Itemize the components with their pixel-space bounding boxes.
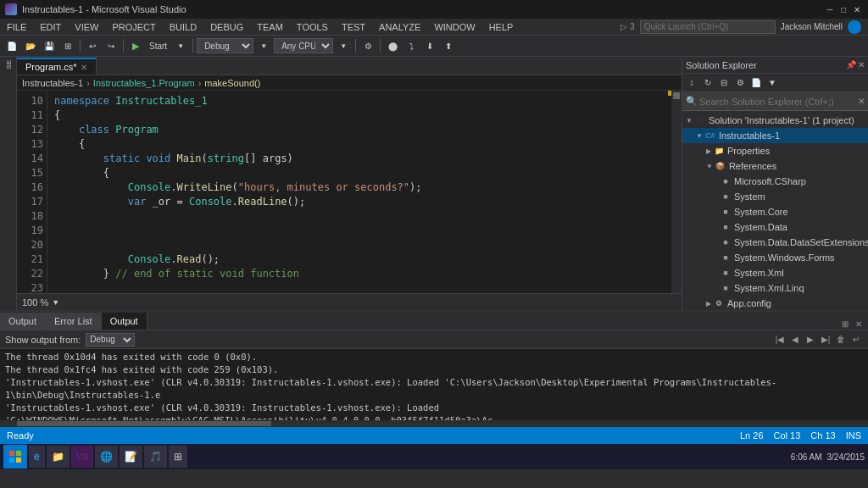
search-clear-icon[interactable]: ✕ — [858, 97, 865, 106]
platform-select[interactable]: Any CPU — [274, 38, 333, 53]
menu-bar: FILE EDIT VIEW PROJECT BUILD DEBUG TEAM … — [0, 19, 868, 36]
references-label: References — [729, 161, 776, 171]
new-project-button[interactable]: 📄 — [3, 37, 20, 54]
undo-button[interactable]: ↩ — [84, 37, 101, 54]
tree-ref-sysxmllinq[interactable]: ■ System.Xml.Linq — [682, 280, 868, 296]
close-button[interactable]: ✕ — [851, 3, 863, 15]
tab-error-list[interactable]: Error List — [46, 313, 102, 330]
menu-edit[interactable]: EDIT — [33, 19, 68, 35]
tab-program-cs-close[interactable]: ✕ — [81, 63, 87, 72]
output-wrap-button[interactable]: ↵ — [849, 333, 863, 347]
se-close-button[interactable]: ✕ — [858, 60, 865, 69]
taskbar-chrome[interactable]: 🌐 — [95, 446, 118, 468]
tree-appconfig[interactable]: ▶ ⚙ App.config — [682, 296, 868, 311]
menu-test[interactable]: TEST — [335, 19, 372, 35]
se-refresh-button[interactable]: ↻ — [700, 75, 715, 91]
server-explorer-icon[interactable]: SE — [2, 60, 15, 69]
code-editor[interactable]: 1011121314 1516171819 2021222324 2526 27… — [17, 91, 682, 293]
tree-project[interactable]: ▼ C# Instructables-1 — [682, 128, 868, 143]
sep1 — [80, 39, 81, 53]
taskbar-media[interactable]: 🎵 — [144, 446, 167, 468]
step-out-button[interactable]: ⬆ — [440, 37, 457, 54]
output-btn1[interactable]: |◀ — [773, 333, 787, 347]
menu-build[interactable]: BUILD — [163, 19, 203, 35]
breakpoint-button[interactable]: ⬤ — [384, 37, 401, 54]
zoom-dropdown[interactable]: ▼ — [52, 298, 59, 307]
open-button[interactable]: 📂 — [22, 37, 39, 54]
code-line-13: { — [54, 137, 682, 152]
menu-project[interactable]: PROJECT — [105, 19, 162, 35]
output-btn3[interactable]: ▶ — [804, 333, 817, 347]
menu-team[interactable]: TEAM — [250, 19, 290, 35]
solution-explorer-search[interactable]: 🔍 ✕ — [682, 92, 868, 111]
tray-time: 6:06 AM — [791, 452, 822, 462]
taskbar-vs[interactable]: VS — [71, 446, 94, 468]
menu-analyze[interactable]: ANALYZE — [372, 19, 427, 35]
debug-config-select[interactable]: Debug Release — [197, 38, 253, 53]
start-menu-button[interactable] — [3, 445, 27, 469]
taskbar-notepad[interactable]: 📝 — [120, 446, 142, 468]
se-sync-button[interactable]: ↕ — [684, 75, 699, 91]
se-filter-button[interactable]: ▼ — [765, 75, 780, 91]
solution-explorer-toolbar: ↕ ↻ ⊟ ⚙ 📄 ▼ — [682, 74, 868, 92]
tree-ref-systemdata[interactable]: ■ System.Data — [682, 219, 868, 235]
step-over-button[interactable]: ⤵ — [403, 37, 420, 54]
config-dropdown[interactable]: ▼ — [255, 37, 272, 54]
breadcrumb: Instructables-1 › Instructables_1.Progra… — [17, 75, 682, 91]
tree-ref-winforms[interactable]: ■ System.Windows.Forms — [682, 250, 868, 265]
menu-file[interactable]: FILE — [0, 19, 33, 35]
se-show-files-button[interactable]: 📄 — [748, 75, 764, 91]
solution-explorer-search-input[interactable] — [699, 97, 856, 107]
se-collapse-button[interactable]: ⊟ — [716, 75, 732, 91]
menu-window[interactable]: WINDOW — [427, 19, 481, 35]
start-label: Start — [146, 42, 170, 51]
menu-view[interactable]: VIEW — [68, 19, 105, 35]
sep5 — [380, 39, 381, 53]
status-bar: Ready Ln 26 Col 13 Ch 13 INS — [0, 427, 868, 444]
tree-solution[interactable]: ▼ ⬡ Solution 'Instructables-1' (1 projec… — [682, 113, 868, 128]
tab-output-active[interactable]: Output — [102, 313, 147, 330]
tab-output[interactable]: Output — [0, 313, 46, 330]
menu-debug[interactable]: DEBUG — [203, 19, 250, 35]
save-all-button[interactable]: ⊞ — [59, 37, 76, 54]
start-button[interactable]: ▶ — [127, 37, 144, 54]
output-clear-button[interactable]: 🗑 — [834, 333, 848, 347]
minimize-button[interactable]: ─ — [824, 3, 836, 15]
code-line-16: Console.WriteLine("hours, minutes or sec… — [54, 180, 682, 195]
scroll-thumb[interactable] — [673, 92, 680, 99]
tree-ref-systemcore[interactable]: ■ System.Core — [682, 204, 868, 219]
output-scrollbar[interactable] — [0, 420, 868, 427]
se-properties-button[interactable]: ⚙ — [732, 75, 748, 91]
tree-references[interactable]: ▼ 📦 References — [682, 158, 868, 174]
properties-label: Properties — [727, 146, 770, 156]
tree-ref-datasetextensions[interactable]: ■ System.Data.DataSetExtensions — [682, 235, 868, 250]
output-btn4[interactable]: ▶| — [819, 333, 832, 347]
taskbar-ie[interactable]: e — [29, 446, 45, 468]
left-sidebar: SE — [0, 57, 17, 310]
tab-program-cs[interactable]: Program.cs* ✕ — [17, 58, 97, 75]
output-tabs-controls: ⊞ ✕ — [839, 318, 868, 330]
save-button[interactable]: 💾 — [41, 37, 58, 54]
tree-ref-system[interactable]: ■ System — [682, 189, 868, 204]
quick-launch-input[interactable] — [640, 20, 776, 34]
output-hscroll-thumb[interactable] — [17, 421, 271, 426]
menu-tools[interactable]: TOOLS — [290, 19, 335, 35]
maximize-button[interactable]: □ — [837, 3, 849, 15]
menu-help[interactable]: HELP — [482, 19, 520, 35]
start-dropdown[interactable]: ▼ — [172, 37, 189, 54]
tree-properties[interactable]: ▶ 📁 Properties — [682, 143, 868, 158]
output-float-button[interactable]: ⊞ — [839, 318, 851, 330]
attach-button[interactable]: ⚙ — [359, 37, 376, 54]
tree-ref-sysxml[interactable]: ■ System.Xml — [682, 265, 868, 280]
se-pin-button[interactable]: 📌 — [846, 60, 856, 69]
step-into-button[interactable]: ⬇ — [421, 37, 438, 54]
code-content[interactable]: namespace Instructables_1 { class Progra… — [47, 91, 682, 293]
taskbar-apps[interactable]: ⊞ — [169, 446, 187, 468]
platform-dropdown[interactable]: ▼ — [335, 37, 352, 54]
tree-ref-mscsharp[interactable]: ■ Microsoft.CSharp — [682, 174, 868, 189]
output-source-select[interactable]: Debug Build General — [86, 333, 135, 347]
taskbar-explorer[interactable]: 📁 — [47, 446, 70, 468]
output-close-button[interactable]: ✕ — [853, 318, 865, 330]
redo-button[interactable]: ↪ — [103, 37, 120, 54]
output-btn2[interactable]: ◀ — [788, 333, 802, 347]
